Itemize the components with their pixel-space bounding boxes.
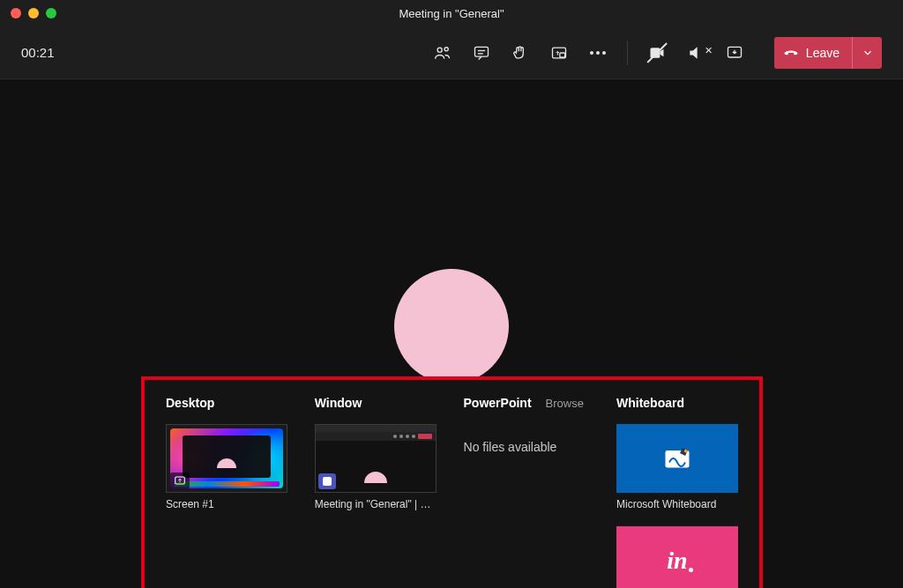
mic-muted-button[interactable]: ✕ <box>686 43 705 63</box>
camera-toggle-button[interactable] <box>647 43 667 63</box>
share-powerpoint-section: PowerPoint Browse No files available <box>464 396 592 588</box>
share-whiteboard-section: Whiteboard Microsoft Whiteboard in Freeh… <box>616 396 738 588</box>
raise-hand-button[interactable] <box>511 43 530 63</box>
meeting-stage: Desktop Screen #1 Window <box>0 79 903 588</box>
window-controls <box>11 8 56 19</box>
minimize-window-icon[interactable] <box>28 8 39 19</box>
toolbar-divider <box>627 41 628 65</box>
chat-button[interactable] <box>472 43 491 63</box>
powerpoint-empty-label: No files available <box>464 440 592 454</box>
mute-x-icon: ✕ <box>705 45 713 56</box>
leave-button[interactable]: Leave <box>774 37 852 69</box>
leave-button-label: Leave <box>806 46 840 60</box>
share-desktop-section: Desktop Screen #1 <box>166 396 290 588</box>
share-desktop-item-label: Screen #1 <box>166 498 287 510</box>
call-timer: 00:21 <box>21 45 55 60</box>
window-title: Meeting in "General" <box>399 7 504 20</box>
share-window-title: Window <box>315 396 362 410</box>
invision-freehand-tile[interactable]: in <box>616 526 738 588</box>
share-content-tray: Desktop Screen #1 Window <box>141 376 763 588</box>
fullscreen-window-icon[interactable] <box>46 8 56 19</box>
whiteboard-item-label-1: Microsoft Whiteboard <box>616 498 738 510</box>
share-overlay-icon <box>170 473 190 488</box>
share-window-section: Window Meeting in "General" | M… <box>315 396 439 588</box>
dock-panel-button[interactable] <box>725 43 744 63</box>
invision-icon: in <box>667 547 687 575</box>
close-window-icon[interactable] <box>11 8 21 19</box>
share-desktop-title: Desktop <box>166 396 214 410</box>
browse-button[interactable]: Browse <box>546 397 584 410</box>
participants-button[interactable] <box>433 43 452 63</box>
more-actions-button[interactable] <box>588 43 608 63</box>
share-window-item-label: Meeting in "General" | M… <box>315 498 437 510</box>
meeting-toolbar: 00:21 ✕ Leave <box>0 26 903 79</box>
share-desktop-screen-1[interactable] <box>166 424 287 493</box>
share-window-item-1[interactable] <box>315 424 437 493</box>
microsoft-whiteboard-tile[interactable] <box>616 424 738 493</box>
leave-options-button[interactable] <box>852 37 882 69</box>
svg-rect-2 <box>474 47 488 56</box>
teams-app-icon <box>318 473 336 489</box>
participant-avatar <box>394 269 509 383</box>
whiteboard-icon <box>661 443 693 474</box>
share-whiteboard-title: Whiteboard <box>616 396 684 410</box>
titlebar: Meeting in "General" <box>0 0 903 26</box>
share-screen-button[interactable] <box>549 43 569 63</box>
svg-point-0 <box>437 48 442 52</box>
share-powerpoint-title: PowerPoint <box>464 396 532 410</box>
svg-point-1 <box>444 47 448 50</box>
svg-rect-6 <box>560 53 565 57</box>
